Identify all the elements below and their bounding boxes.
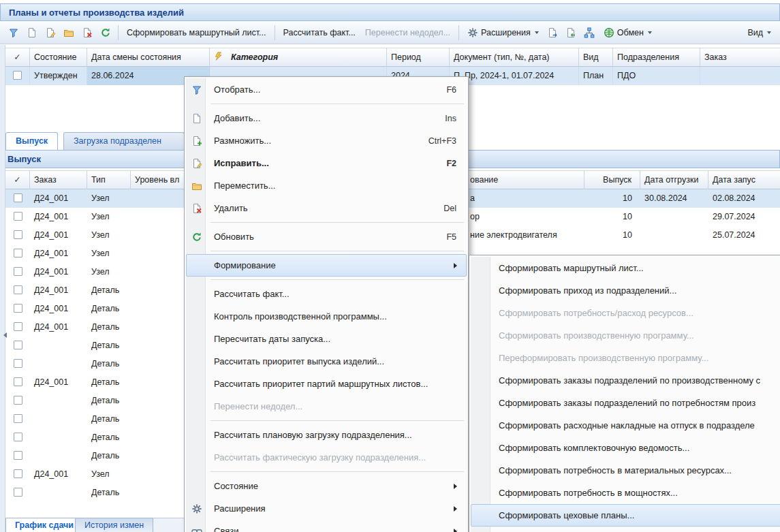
submenu-item-5[interactable]: Сформировать заказы подразделений по про… [471, 369, 780, 392]
window-title: Планы и отчеты производства изделий [9, 7, 184, 18]
column-header-category[interactable]: Категория [210, 48, 387, 67]
submenu-item-10[interactable]: Сформировать потребность в мощностях... [471, 482, 780, 504]
row-checkbox[interactable] [14, 469, 22, 478]
context-menu-item-22[interactable]: Состояние [186, 475, 467, 497]
submenu-item-8[interactable]: Сформировать комплектовочную ведомость..… [471, 437, 780, 459]
collapse-left-icon[interactable] [1, 332, 7, 338]
row-checkbox[interactable] [14, 304, 22, 313]
context-menu-item-5[interactable]: Переместить... [186, 174, 467, 197]
column-header-period[interactable]: Период [387, 48, 450, 67]
context-menu-item-0[interactable]: Отобрать...F6 [186, 78, 467, 101]
row-checkbox[interactable] [14, 285, 22, 294]
row-checkbox[interactable] [13, 71, 22, 80]
window-title-bar: Планы и отчеты производства изделий [0, 3, 780, 21]
submenu-item-1[interactable]: Сформировать приход из подразделений... [471, 279, 780, 302]
column-header-type[interactable]: Тип [87, 170, 131, 189]
checkmark-icon: ✓ [14, 175, 20, 185]
column-header-launch-date[interactable]: Дата запус [708, 170, 780, 189]
context-menu-item-6[interactable]: УдалитьDel [186, 197, 467, 219]
hierarchy-button[interactable] [580, 24, 599, 42]
export-button[interactable] [544, 24, 562, 42]
checkmark-icon: ✓ [14, 52, 20, 62]
view-button[interactable]: Вид [743, 24, 776, 42]
order-cell [30, 447, 87, 465]
row-checkbox[interactable] [14, 359, 22, 368]
extensions-button[interactable]: Расширения [463, 24, 544, 42]
globe-icon [604, 27, 614, 38]
row-checkbox[interactable] [14, 322, 22, 331]
context-menu-item-19[interactable]: Рассчитать плановую загрузку подразделен… [186, 424, 467, 446]
row-checkbox[interactable] [14, 396, 22, 405]
submenu-item-11[interactable]: Сформировать цеховые планы... [471, 504, 780, 527]
tab-grafik-sdachi[interactable]: График сдачи [5, 518, 83, 532]
submenu-item-2: Сформировать потребность/расход ресурсов… [471, 302, 780, 324]
context-menu-item-14[interactable]: Пересчитать даты запуска... [186, 328, 467, 350]
submenu-item-7[interactable]: Сформировать расходные накладные на отпу… [471, 414, 780, 437]
launch-date-cell: 02.08.2024 [708, 189, 780, 208]
page-new-icon [191, 113, 202, 124]
column-header-order[interactable]: Заказ [700, 48, 780, 67]
left-splitter[interactable] [0, 45, 5, 532]
column-header-ship-date[interactable]: Дата отгрузки [640, 170, 708, 189]
context-menu-item-23[interactable]: Расширения [186, 497, 467, 520]
menu-item-label: Отобрать... [214, 84, 260, 95]
refresh-button[interactable] [96, 24, 114, 42]
row-checkbox[interactable] [14, 451, 22, 460]
ship-date-cell: 30.08.2024 [640, 189, 708, 208]
column-header-state-date[interactable]: Дата смены состояния [87, 48, 210, 67]
context-menu-item-24[interactable]: Связи [186, 520, 467, 532]
form-route-sheet-button[interactable]: Сформировать маршрутный лист... [122, 24, 271, 42]
context-menu-item-13[interactable]: Контроль производственной программы... [186, 305, 467, 328]
row-checkbox[interactable] [14, 433, 22, 441]
exchange-button[interactable]: Обмен [599, 24, 657, 42]
edit-button[interactable] [41, 24, 59, 42]
row-checkbox-cell [5, 484, 30, 502]
column-header-state[interactable]: Состояние [30, 48, 87, 67]
column-header-output[interactable]: Выпуск [584, 170, 640, 189]
ship-date-cell [640, 226, 708, 245]
column-header-check[interactable]: ✓ [5, 48, 30, 67]
row-checkbox[interactable] [14, 212, 22, 221]
context-menu-item-16[interactable]: Рассчитать приоритет партий маршрутных л… [186, 373, 467, 395]
context-menu-item-4[interactable]: Исправить...F2 [186, 152, 467, 174]
context-menu-item-3[interactable]: Размножить...Ctrl+F3 [186, 129, 467, 152]
row-checkbox[interactable] [14, 267, 22, 276]
submenu-item-9[interactable]: Сформировать потребность в материальных … [471, 459, 780, 482]
tab-istoriya-izmeneniy[interactable]: История измен [75, 518, 153, 532]
tab-vypusk[interactable]: Выпуск [5, 132, 58, 150]
row-checkbox-cell [5, 245, 30, 263]
filter-button[interactable] [4, 24, 22, 42]
menu-item-label: Сформировать приход из подразделений... [499, 285, 676, 296]
context-menu-item-12[interactable]: Рассчитать факт... [186, 283, 467, 305]
import-button[interactable] [562, 24, 580, 42]
calc-fact-button[interactable]: Рассчитать факт... [279, 24, 360, 42]
tab-zagruzka-podrazdeleniy[interactable]: Загрузка подразделен [63, 132, 185, 150]
submenu-item-12[interactable]: Сформировать график сдачи... [471, 527, 780, 532]
row-checkbox[interactable] [14, 230, 22, 239]
context-menu-item-8[interactable]: ОбновитьF5 [186, 225, 467, 248]
links-icon [191, 526, 202, 532]
row-checkbox-cell [5, 428, 30, 447]
column-header-kind[interactable]: Вид [579, 48, 613, 67]
row-checkbox[interactable] [14, 488, 22, 497]
column-header-division[interactable]: Подразделения [613, 48, 700, 67]
kind-cell: План [579, 67, 613, 85]
submenu-item-0[interactable]: Сформировать маршрутный лист... [471, 257, 780, 279]
row-checkbox[interactable] [14, 193, 22, 202]
submenu-item-6[interactable]: Сформировать заказы подразделений по пот… [471, 392, 780, 414]
row-checkbox[interactable] [14, 249, 22, 257]
delete-button[interactable] [78, 24, 96, 42]
row-checkbox[interactable] [14, 377, 22, 386]
column-header-order[interactable]: Заказ [30, 170, 87, 189]
context-menu-item-15[interactable]: Рассчитать приоритет выпуска изделий... [186, 350, 467, 373]
add-button[interactable] [22, 24, 41, 42]
context-menu-item-10[interactable]: Формирование [186, 254, 467, 277]
column-header-check[interactable]: ✓ [5, 170, 30, 189]
row-checkbox[interactable] [14, 414, 22, 423]
column-header-document[interactable]: Документ (тип, №, дата) [450, 48, 579, 67]
menu-item-label: Исправить... [214, 158, 269, 168]
context-menu-item-2[interactable]: Добавить...Ins [186, 107, 467, 129]
row-checkbox[interactable] [14, 341, 22, 349]
section-title: Выпуск [7, 154, 41, 164]
move-button[interactable] [59, 24, 78, 42]
